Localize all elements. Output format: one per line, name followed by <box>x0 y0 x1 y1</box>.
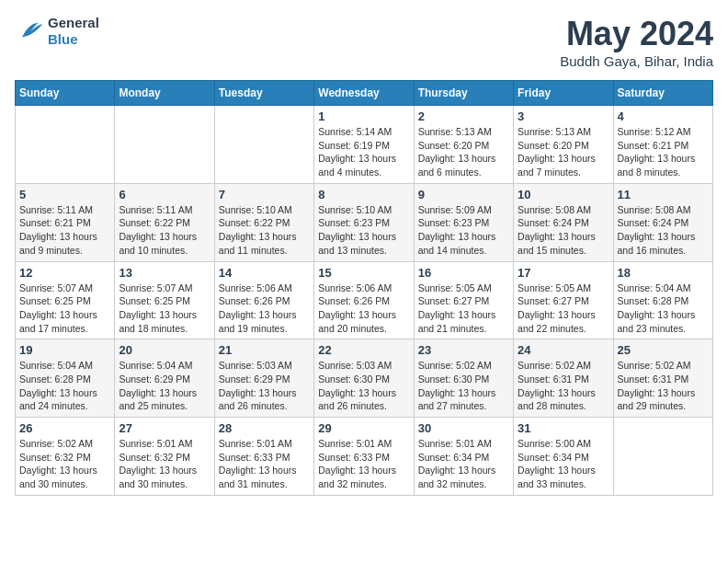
day-info: Sunrise: 5:03 AMSunset: 6:29 PMDaylight:… <box>219 359 310 413</box>
calendar-cell: 2Sunrise: 5:13 AMSunset: 6:20 PMDaylight… <box>414 106 513 184</box>
day-info: Sunrise: 5:09 AMSunset: 6:23 PMDaylight:… <box>418 203 509 258</box>
day-number: 22 <box>318 343 409 357</box>
day-number: 30 <box>418 421 509 435</box>
day-info: Sunrise: 5:03 AMSunset: 6:30 PMDaylight:… <box>318 359 409 413</box>
day-number: 29 <box>318 421 409 435</box>
logo: General Blue <box>15 15 99 48</box>
calendar-week-row: 19Sunrise: 5:04 AMSunset: 6:28 PMDayligh… <box>16 339 713 418</box>
weekday-header-thursday: Thursday <box>414 81 513 106</box>
calendar-cell: 29Sunrise: 5:01 AMSunset: 6:33 PMDayligh… <box>314 418 414 496</box>
day-info: Sunrise: 5:11 AMSunset: 6:22 PMDaylight:… <box>119 203 210 258</box>
calendar-cell <box>613 418 712 496</box>
logo-bird-icon <box>15 17 44 46</box>
day-number: 27 <box>119 421 210 435</box>
day-info: Sunrise: 5:11 AMSunset: 6:21 PMDaylight:… <box>19 203 110 258</box>
day-info: Sunrise: 5:05 AMSunset: 6:27 PMDaylight:… <box>518 282 609 336</box>
day-info: Sunrise: 5:00 AMSunset: 6:34 PMDaylight:… <box>518 437 609 491</box>
day-info: Sunrise: 5:02 AMSunset: 6:31 PMDaylight:… <box>618 359 709 413</box>
calendar-cell: 5Sunrise: 5:11 AMSunset: 6:21 PMDaylight… <box>16 183 115 261</box>
day-number: 16 <box>418 266 509 280</box>
calendar-cell: 10Sunrise: 5:08 AMSunset: 6:24 PMDayligh… <box>514 183 613 261</box>
calendar-week-row: 12Sunrise: 5:07 AMSunset: 6:25 PMDayligh… <box>16 261 713 339</box>
calendar-cell: 31Sunrise: 5:00 AMSunset: 6:34 PMDayligh… <box>514 418 613 496</box>
calendar-cell: 20Sunrise: 5:04 AMSunset: 6:29 PMDayligh… <box>115 339 214 418</box>
calendar-cell: 16Sunrise: 5:05 AMSunset: 6:27 PMDayligh… <box>414 261 513 339</box>
calendar-week-row: 1Sunrise: 5:14 AMSunset: 6:19 PMDaylight… <box>16 106 713 184</box>
day-info: Sunrise: 5:10 AMSunset: 6:22 PMDaylight:… <box>219 203 310 258</box>
day-number: 19 <box>19 343 110 357</box>
day-info: Sunrise: 5:13 AMSunset: 6:20 PMDaylight:… <box>418 125 509 179</box>
calendar-cell: 24Sunrise: 5:02 AMSunset: 6:31 PMDayligh… <box>514 339 613 418</box>
day-number: 26 <box>19 421 110 435</box>
weekday-header-friday: Friday <box>514 81 613 106</box>
day-number: 8 <box>318 188 409 201</box>
calendar-cell: 23Sunrise: 5:02 AMSunset: 6:30 PMDayligh… <box>414 339 513 418</box>
calendar-week-row: 26Sunrise: 5:02 AMSunset: 6:32 PMDayligh… <box>16 418 713 496</box>
day-number: 9 <box>418 188 509 201</box>
day-info: Sunrise: 5:04 AMSunset: 6:29 PMDaylight:… <box>119 359 210 413</box>
day-info: Sunrise: 5:08 AMSunset: 6:24 PMDaylight:… <box>518 203 609 258</box>
calendar-cell <box>115 106 214 184</box>
calendar-cell: 9Sunrise: 5:09 AMSunset: 6:23 PMDaylight… <box>414 183 513 261</box>
day-number: 4 <box>618 109 709 123</box>
calendar-cell: 17Sunrise: 5:05 AMSunset: 6:27 PMDayligh… <box>514 261 613 339</box>
day-number: 10 <box>518 188 609 201</box>
day-number: 13 <box>119 266 210 280</box>
day-number: 23 <box>418 343 509 357</box>
day-info: Sunrise: 5:02 AMSunset: 6:30 PMDaylight:… <box>418 359 509 413</box>
weekday-header-saturday: Saturday <box>613 81 712 106</box>
month-title: May 2024 <box>560 15 713 53</box>
calendar-cell: 3Sunrise: 5:13 AMSunset: 6:20 PMDaylight… <box>514 106 613 184</box>
day-info: Sunrise: 5:07 AMSunset: 6:25 PMDaylight:… <box>19 282 110 336</box>
day-number: 17 <box>518 266 609 280</box>
day-info: Sunrise: 5:07 AMSunset: 6:25 PMDaylight:… <box>119 282 210 336</box>
calendar-cell <box>16 106 115 184</box>
day-info: Sunrise: 5:06 AMSunset: 6:26 PMDaylight:… <box>318 282 409 336</box>
day-number: 14 <box>219 266 310 280</box>
day-number: 12 <box>19 266 110 280</box>
calendar-cell: 11Sunrise: 5:08 AMSunset: 6:24 PMDayligh… <box>613 183 712 261</box>
day-info: Sunrise: 5:14 AMSunset: 6:19 PMDaylight:… <box>318 125 409 179</box>
day-number: 24 <box>518 343 609 357</box>
day-info: Sunrise: 5:05 AMSunset: 6:27 PMDaylight:… <box>418 282 509 336</box>
weekday-header-sunday: Sunday <box>16 81 115 106</box>
weekday-header-row: SundayMondayTuesdayWednesdayThursdayFrid… <box>16 81 713 106</box>
calendar-cell: 14Sunrise: 5:06 AMSunset: 6:26 PMDayligh… <box>214 261 313 339</box>
day-number: 18 <box>618 266 709 280</box>
calendar-cell: 1Sunrise: 5:14 AMSunset: 6:19 PMDaylight… <box>314 106 414 184</box>
logo-text-line1: General <box>48 15 99 31</box>
calendar-cell: 18Sunrise: 5:04 AMSunset: 6:28 PMDayligh… <box>613 261 712 339</box>
calendar-cell: 30Sunrise: 5:01 AMSunset: 6:34 PMDayligh… <box>414 418 513 496</box>
calendar-cell: 22Sunrise: 5:03 AMSunset: 6:30 PMDayligh… <box>314 339 414 418</box>
day-info: Sunrise: 5:06 AMSunset: 6:26 PMDaylight:… <box>219 282 310 336</box>
day-info: Sunrise: 5:08 AMSunset: 6:24 PMDaylight:… <box>618 203 709 258</box>
calendar-cell: 4Sunrise: 5:12 AMSunset: 6:21 PMDaylight… <box>613 106 712 184</box>
day-number: 5 <box>19 188 110 201</box>
logo-text-line2: Blue <box>48 31 99 48</box>
day-info: Sunrise: 5:01 AMSunset: 6:33 PMDaylight:… <box>318 437 409 491</box>
day-number: 15 <box>318 266 409 280</box>
day-number: 1 <box>318 109 409 123</box>
calendar-cell: 25Sunrise: 5:02 AMSunset: 6:31 PMDayligh… <box>613 339 712 418</box>
weekday-header-monday: Monday <box>115 81 214 106</box>
calendar-cell: 28Sunrise: 5:01 AMSunset: 6:33 PMDayligh… <box>214 418 313 496</box>
location-subtitle: Buddh Gaya, Bihar, India <box>560 53 713 69</box>
calendar-cell: 26Sunrise: 5:02 AMSunset: 6:32 PMDayligh… <box>16 418 115 496</box>
calendar-cell: 7Sunrise: 5:10 AMSunset: 6:22 PMDaylight… <box>214 183 313 261</box>
day-info: Sunrise: 5:01 AMSunset: 6:34 PMDaylight:… <box>418 437 509 491</box>
day-number: 7 <box>219 188 310 201</box>
calendar-week-row: 5Sunrise: 5:11 AMSunset: 6:21 PMDaylight… <box>16 183 713 261</box>
calendar-cell: 27Sunrise: 5:01 AMSunset: 6:32 PMDayligh… <box>115 418 214 496</box>
day-info: Sunrise: 5:02 AMSunset: 6:32 PMDaylight:… <box>19 437 110 491</box>
calendar-cell: 13Sunrise: 5:07 AMSunset: 6:25 PMDayligh… <box>115 261 214 339</box>
day-info: Sunrise: 5:01 AMSunset: 6:33 PMDaylight:… <box>219 437 310 491</box>
calendar-cell: 19Sunrise: 5:04 AMSunset: 6:28 PMDayligh… <box>16 339 115 418</box>
page-header: General Blue May 2024 Buddh Gaya, Bihar,… <box>15 15 713 69</box>
day-number: 3 <box>518 109 609 123</box>
day-info: Sunrise: 5:13 AMSunset: 6:20 PMDaylight:… <box>518 125 609 179</box>
day-number: 6 <box>119 188 210 201</box>
day-number: 21 <box>219 343 310 357</box>
day-number: 25 <box>618 343 709 357</box>
day-info: Sunrise: 5:04 AMSunset: 6:28 PMDaylight:… <box>618 282 709 336</box>
weekday-header-tuesday: Tuesday <box>214 81 313 106</box>
